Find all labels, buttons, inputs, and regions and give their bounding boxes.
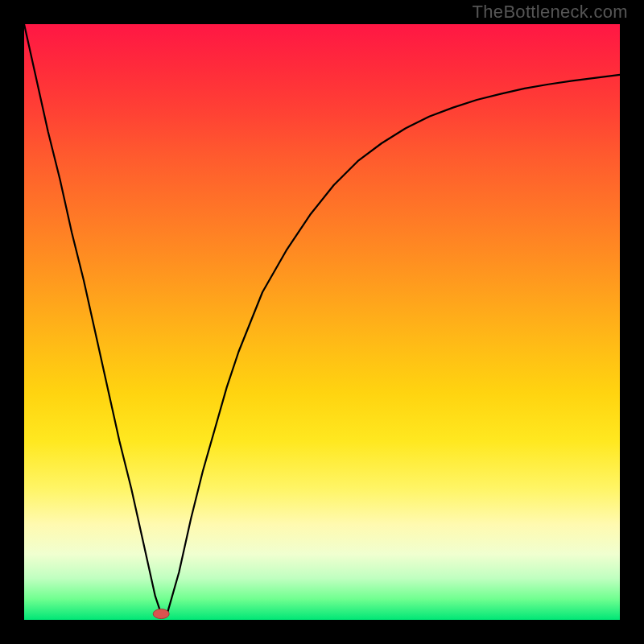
min-marker [153,609,169,619]
plot-area [24,24,620,620]
chart-frame: TheBottleneck.com [0,0,644,644]
watermark-text: TheBottleneck.com [473,2,628,23]
bottleneck-curve [24,24,620,614]
chart-svg [24,24,620,620]
